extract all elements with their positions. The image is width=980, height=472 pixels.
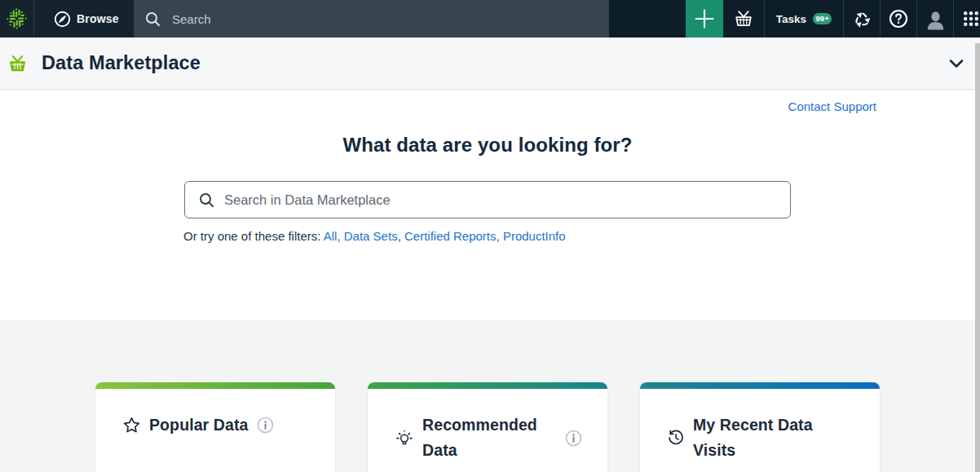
chevron-down-icon[interactable] — [949, 59, 964, 68]
user-menu-button[interactable] — [916, 0, 953, 37]
tasks-button[interactable]: Tasks 99+ — [764, 0, 843, 37]
compass-icon — [54, 11, 71, 28]
page-scrollbar[interactable] — [975, 37, 980, 472]
global-search[interactable] — [134, 0, 609, 37]
avatar-icon — [925, 7, 946, 31]
recent-visits-card[interactable]: My Recent Data Visits — [640, 382, 880, 472]
page-title: Data Marketplace — [42, 52, 201, 74]
popular-data-card[interactable]: Popular Data — [95, 382, 335, 472]
collibra-logo-icon — [6, 7, 28, 30]
search-icon — [145, 11, 161, 27]
history-icon — [668, 430, 684, 446]
info-icon[interactable] — [565, 430, 582, 447]
tasks-count-badge: 99+ — [813, 13, 832, 24]
basket-icon — [734, 9, 753, 29]
browse-label: Browse — [77, 12, 119, 25]
filter-link-certified-reports[interactable]: Certified Reports — [404, 229, 497, 243]
tasks-label: Tasks — [776, 13, 806, 25]
filter-separator: , — [497, 229, 500, 243]
recommended-data-card[interactable]: Recommended Data — [368, 382, 607, 472]
marketplace-basket-icon — [8, 55, 27, 73]
marketplace-search-input[interactable] — [224, 182, 790, 218]
search-icon — [199, 192, 214, 208]
apps-grid-icon — [964, 11, 979, 27]
lightbulb-icon — [395, 430, 413, 447]
filter-separator: , — [337, 229, 340, 243]
cards-row: Popular Data — [95, 382, 880, 472]
filter-link-productinfo[interactable]: ProductInfo — [503, 229, 566, 243]
marketplace-search-box[interactable] — [184, 181, 791, 218]
create-button[interactable] — [686, 0, 723, 37]
cycle-arrows-icon — [853, 10, 872, 29]
card-accent-bar — [640, 382, 880, 389]
filters-label: Or try one of these filters: — [183, 229, 320, 243]
filter-link-all[interactable]: All — [324, 229, 338, 243]
global-search-input[interactable] — [172, 12, 498, 26]
contact-support-link[interactable]: Contact Support — [788, 99, 876, 113]
topbar-spacer — [609, 0, 686, 37]
card-accent-bar — [95, 382, 335, 389]
top-nav-bar: Browse Tasks 99+ — [0, 0, 980, 37]
card-title: Popular Data — [149, 412, 248, 438]
info-icon[interactable] — [257, 417, 274, 434]
hero-heading: What data are you looking for? — [0, 134, 975, 157]
filters-row: Or try one of these filters: All, Data S… — [183, 229, 566, 243]
workflows-button[interactable] — [843, 0, 880, 37]
star-icon — [123, 417, 140, 434]
browse-menu-button[interactable]: Browse — [34, 0, 134, 37]
app-logo[interactable] — [0, 0, 34, 37]
filter-separator: , — [398, 229, 401, 243]
marketplace-header: Data Marketplace — [0, 37, 975, 90]
help-icon — [889, 9, 908, 29]
filter-link-data-sets[interactable]: Data Sets — [344, 229, 398, 243]
data-basket-button[interactable] — [723, 0, 764, 37]
apps-grid-button[interactable] — [953, 0, 980, 37]
card-accent-bar — [368, 382, 607, 389]
plus-icon — [695, 9, 714, 29]
cards-section: Popular Data — [0, 320, 980, 472]
scrollbar-thumb[interactable] — [975, 43, 980, 472]
help-button[interactable] — [880, 0, 916, 37]
card-title: Recommended Data — [422, 412, 556, 463]
card-title: My Recent Data Visits — [693, 412, 827, 463]
